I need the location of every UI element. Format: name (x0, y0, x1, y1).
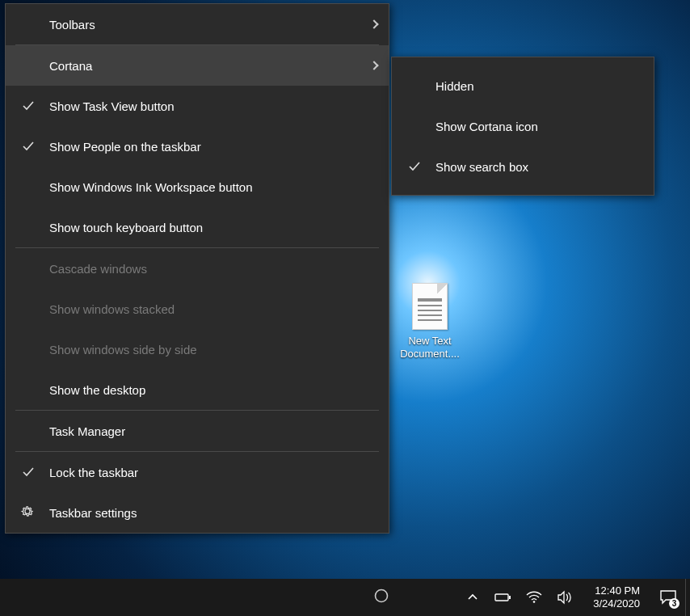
system-tray: 12:40 PM 3/24/2020 3 (456, 584, 685, 610)
menu-item-cascade-windows: Cascade windows (6, 248, 389, 289)
volume-icon[interactable] (556, 589, 574, 606)
menu-item-show-task-view[interactable]: Show Task View button (6, 86, 389, 126)
menu-item-taskbar-settings[interactable]: Taskbar settings (6, 492, 389, 533)
check-icon (408, 160, 421, 173)
menu-label: Taskbar settings (49, 506, 137, 520)
cortana-taskbar-icon[interactable] (373, 588, 389, 607)
taskbar[interactable]: 12:40 PM 3/24/2020 3 (0, 579, 690, 616)
menu-label: Hidden (435, 79, 474, 93)
menu-label: Lock the taskbar (49, 466, 138, 479)
menu-item-show-people[interactable]: Show People on the taskbar (6, 126, 389, 167)
menu-item-windows-stacked: Show windows stacked (6, 289, 389, 329)
clock-date: 3/24/2020 (593, 597, 640, 610)
wifi-icon[interactable] (525, 589, 543, 606)
menu-item-show-touch-keyboard[interactable]: Show touch keyboard button (6, 207, 389, 247)
text-file-icon (412, 283, 448, 330)
clock-time: 12:40 PM (593, 584, 640, 597)
menu-item-lock-taskbar[interactable]: Lock the taskbar (6, 452, 389, 492)
chevron-right-icon (369, 61, 378, 70)
action-center-icon[interactable]: 3 (659, 589, 677, 606)
menu-item-toolbars[interactable]: Toolbars (6, 4, 389, 44)
taskbar-context-menu: Toolbars Cortana Show Task View button S… (5, 3, 389, 534)
menu-label: Show the desktop (49, 383, 145, 397)
desktop-file-new-text-document[interactable]: New Text Document.... (398, 283, 462, 360)
menu-label: Show Task View button (49, 99, 175, 113)
svg-point-3 (533, 601, 536, 603)
svg-rect-1 (495, 594, 508, 601)
menu-label: Toolbars (49, 18, 95, 32)
show-desktop-button[interactable] (685, 579, 690, 616)
menu-item-show-the-desktop[interactable]: Show the desktop (6, 369, 389, 410)
battery-icon[interactable] (494, 589, 512, 606)
submenu-item-show-cortana-icon[interactable]: Show Cortana icon (392, 106, 654, 146)
menu-item-windows-side-by-side: Show windows side by side (6, 329, 389, 369)
desktop-file-label: New Text Document.... (398, 335, 462, 360)
svg-point-0 (376, 590, 388, 602)
menu-label: Show Windows Ink Workspace button (49, 180, 253, 194)
menu-label: Task Manager (49, 424, 125, 438)
menu-item-cortana[interactable]: Cortana (6, 45, 389, 86)
submenu-item-hidden[interactable]: Hidden (392, 65, 654, 106)
taskbar-clock[interactable]: 12:40 PM 3/24/2020 (587, 584, 646, 610)
cortana-submenu: Hidden Show Cortana icon Show search box (391, 57, 654, 196)
menu-label: Show search box (435, 160, 528, 174)
menu-item-task-manager[interactable]: Task Manager (6, 411, 389, 451)
check-icon (22, 140, 35, 153)
check-icon (22, 466, 35, 479)
gear-icon (20, 504, 35, 521)
svg-rect-2 (509, 596, 511, 599)
tray-overflow-icon[interactable] (464, 589, 482, 606)
menu-label: Cascade windows (49, 262, 147, 276)
check-icon (22, 99, 35, 112)
notification-badge: 3 (669, 598, 679, 609)
menu-label: Show Cortana icon (435, 120, 538, 133)
menu-item-show-ink-workspace[interactable]: Show Windows Ink Workspace button (6, 167, 389, 207)
submenu-item-show-search-box[interactable]: Show search box (392, 146, 654, 187)
menu-label: Show People on the taskbar (49, 140, 201, 154)
menu-label: Show windows stacked (49, 302, 175, 316)
chevron-right-icon (369, 19, 378, 28)
menu-label: Show touch keyboard button (49, 221, 203, 234)
menu-label: Show windows side by side (49, 343, 197, 357)
menu-label: Cortana (49, 59, 92, 73)
